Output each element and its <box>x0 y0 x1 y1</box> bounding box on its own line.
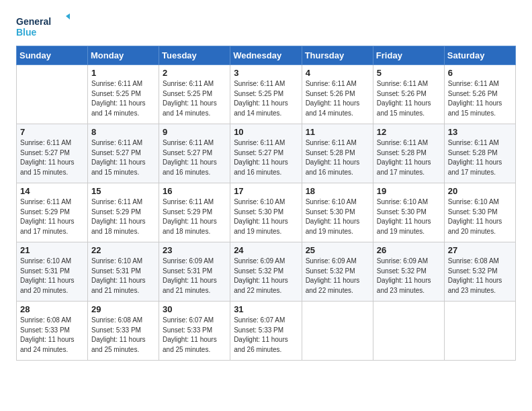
svg-text:Blue: Blue <box>16 27 37 38</box>
day-info: Sunrise: 6:11 AMSunset: 5:28 PMDaylight:… <box>306 138 369 177</box>
header-monday: Monday <box>88 46 159 65</box>
sunrise-label: Sunrise: 6:11 AM <box>306 139 357 146</box>
day-number: 18 <box>306 186 369 196</box>
calendar-cell: 11Sunrise: 6:11 AMSunset: 5:28 PMDayligh… <box>302 124 373 183</box>
day-number: 24 <box>234 245 298 255</box>
sunset-label: Sunset: 5:32 PM <box>448 267 498 275</box>
header: General Blue <box>16 13 516 40</box>
day-number: 27 <box>448 245 512 255</box>
calendar-cell: 9Sunrise: 6:11 AMSunset: 5:27 PMDaylight… <box>159 124 230 183</box>
calendar-cell: 8Sunrise: 6:11 AMSunset: 5:27 PMDaylight… <box>88 124 159 183</box>
calendar-cell: 3Sunrise: 6:11 AMSunset: 5:25 PMDaylight… <box>230 65 302 124</box>
calendar-week-2: 7Sunrise: 6:11 AMSunset: 5:27 PMDaylight… <box>17 124 516 183</box>
sunrise-label: Sunrise: 6:11 AM <box>306 80 357 87</box>
day-number: 6 <box>448 68 512 78</box>
day-number: 8 <box>91 127 155 137</box>
day-number: 25 <box>306 245 369 255</box>
sunrise-label: Sunrise: 6:09 AM <box>163 257 214 265</box>
sunset-label: Sunset: 5:26 PM <box>377 90 427 97</box>
daylight-label: Daylight: 11 hours and 17 minutes. <box>448 158 502 176</box>
day-info: Sunrise: 6:11 AMSunset: 5:26 PMDaylight:… <box>448 79 512 118</box>
sunset-label: Sunset: 5:27 PM <box>91 149 141 156</box>
sunrise-label: Sunrise: 6:11 AM <box>448 139 499 146</box>
day-info: Sunrise: 6:11 AMSunset: 5:26 PMDaylight:… <box>377 79 441 118</box>
day-number: 20 <box>448 186 512 196</box>
daylight-label: Daylight: 11 hours and 19 minutes. <box>234 218 288 235</box>
calendar-cell <box>17 65 88 124</box>
sunset-label: Sunset: 5:32 PM <box>306 267 355 275</box>
day-number: 17 <box>234 186 298 196</box>
daylight-label: Daylight: 11 hours and 24 minutes. <box>20 336 75 353</box>
daylight-label: Daylight: 11 hours and 15 minutes. <box>20 158 75 176</box>
daylight-label: Daylight: 11 hours and 16 minutes. <box>234 158 288 176</box>
calendar-cell: 10Sunrise: 6:11 AMSunset: 5:27 PMDayligh… <box>230 124 302 183</box>
sunrise-label: Sunrise: 6:11 AM <box>20 198 71 205</box>
calendar-week-5: 28Sunrise: 6:08 AMSunset: 5:33 PMDayligh… <box>17 302 516 361</box>
sunset-label: Sunset: 5:28 PM <box>306 149 355 156</box>
sunset-label: Sunset: 5:26 PM <box>306 90 355 97</box>
logo: General Blue <box>16 13 70 40</box>
sunset-label: Sunset: 5:25 PM <box>163 90 212 97</box>
day-number: 10 <box>234 127 298 137</box>
sunset-label: Sunset: 5:25 PM <box>234 90 283 97</box>
daylight-label: Daylight: 11 hours and 15 minutes. <box>377 99 431 117</box>
calendar-cell: 26Sunrise: 6:09 AMSunset: 5:32 PMDayligh… <box>373 242 444 302</box>
day-info: Sunrise: 6:11 AMSunset: 5:28 PMDaylight:… <box>377 138 441 177</box>
calendar: SundayMondayTuesdayWednesdayThursdayFrid… <box>16 46 516 361</box>
sunrise-label: Sunrise: 6:10 AM <box>234 198 285 205</box>
header-friday: Friday <box>373 46 444 65</box>
calendar-header-row: SundayMondayTuesdayWednesdayThursdayFrid… <box>17 46 516 65</box>
sunset-label: Sunset: 5:30 PM <box>234 208 283 216</box>
day-info: Sunrise: 6:11 AMSunset: 5:28 PMDaylight:… <box>448 138 512 177</box>
day-number: 1 <box>91 68 155 78</box>
day-info: Sunrise: 6:11 AMSunset: 5:25 PMDaylight:… <box>234 79 298 118</box>
sunset-label: Sunset: 5:30 PM <box>306 208 355 216</box>
day-number: 16 <box>163 186 226 196</box>
day-number: 21 <box>20 245 84 255</box>
daylight-label: Daylight: 11 hours and 17 minutes. <box>20 218 75 235</box>
day-info: Sunrise: 6:08 AMSunset: 5:32 PMDaylight:… <box>448 257 512 295</box>
calendar-cell: 30Sunrise: 6:07 AMSunset: 5:33 PMDayligh… <box>159 302 230 361</box>
calendar-cell: 16Sunrise: 6:11 AMSunset: 5:29 PMDayligh… <box>159 183 230 242</box>
sunrise-label: Sunrise: 6:08 AM <box>91 316 142 324</box>
sunset-label: Sunset: 5:27 PM <box>163 149 212 156</box>
day-number: 2 <box>163 68 226 78</box>
calendar-cell <box>444 302 515 361</box>
day-info: Sunrise: 6:08 AMSunset: 5:33 PMDaylight:… <box>91 316 155 355</box>
day-info: Sunrise: 6:11 AMSunset: 5:29 PMDaylight:… <box>20 197 84 236</box>
sunset-label: Sunset: 5:27 PM <box>20 149 70 156</box>
day-info: Sunrise: 6:10 AMSunset: 5:30 PMDaylight:… <box>448 197 512 236</box>
day-info: Sunrise: 6:10 AMSunset: 5:30 PMDaylight:… <box>306 197 369 236</box>
sunset-label: Sunset: 5:29 PM <box>163 208 212 216</box>
day-info: Sunrise: 6:11 AMSunset: 5:25 PMDaylight:… <box>163 79 226 118</box>
day-info: Sunrise: 6:09 AMSunset: 5:32 PMDaylight:… <box>306 257 369 295</box>
daylight-label: Daylight: 11 hours and 21 minutes. <box>163 277 217 294</box>
sunrise-label: Sunrise: 6:11 AM <box>91 80 142 87</box>
sunrise-label: Sunrise: 6:09 AM <box>377 257 428 265</box>
sunrise-label: Sunrise: 6:08 AM <box>20 316 71 324</box>
daylight-label: Daylight: 11 hours and 15 minutes. <box>91 158 146 176</box>
day-info: Sunrise: 6:07 AMSunset: 5:33 PMDaylight:… <box>163 316 226 355</box>
sunset-label: Sunset: 5:28 PM <box>377 149 427 156</box>
calendar-week-3: 14Sunrise: 6:11 AMSunset: 5:29 PMDayligh… <box>17 183 516 242</box>
sunset-label: Sunset: 5:32 PM <box>377 267 427 275</box>
calendar-cell: 31Sunrise: 6:07 AMSunset: 5:33 PMDayligh… <box>230 302 302 361</box>
daylight-label: Daylight: 11 hours and 20 minutes. <box>20 277 75 294</box>
daylight-label: Daylight: 11 hours and 14 minutes. <box>163 99 217 117</box>
day-number: 30 <box>163 304 226 314</box>
day-info: Sunrise: 6:11 AMSunset: 5:27 PMDaylight:… <box>234 138 298 177</box>
day-info: Sunrise: 6:11 AMSunset: 5:27 PMDaylight:… <box>20 138 84 177</box>
daylight-label: Daylight: 11 hours and 15 minutes. <box>448 99 502 117</box>
calendar-cell: 4Sunrise: 6:11 AMSunset: 5:26 PMDaylight… <box>302 65 373 124</box>
day-number: 15 <box>91 186 155 196</box>
sunset-label: Sunset: 5:33 PM <box>234 326 283 334</box>
day-number: 31 <box>234 304 298 314</box>
sunset-label: Sunset: 5:31 PM <box>163 267 212 275</box>
daylight-label: Daylight: 11 hours and 16 minutes. <box>163 158 217 176</box>
day-info: Sunrise: 6:11 AMSunset: 5:29 PMDaylight:… <box>91 197 155 236</box>
daylight-label: Daylight: 11 hours and 17 minutes. <box>377 158 431 176</box>
calendar-cell: 5Sunrise: 6:11 AMSunset: 5:26 PMDaylight… <box>373 65 444 124</box>
header-thursday: Thursday <box>302 46 373 65</box>
sunset-label: Sunset: 5:33 PM <box>20 326 70 334</box>
calendar-cell: 29Sunrise: 6:08 AMSunset: 5:33 PMDayligh… <box>88 302 159 361</box>
